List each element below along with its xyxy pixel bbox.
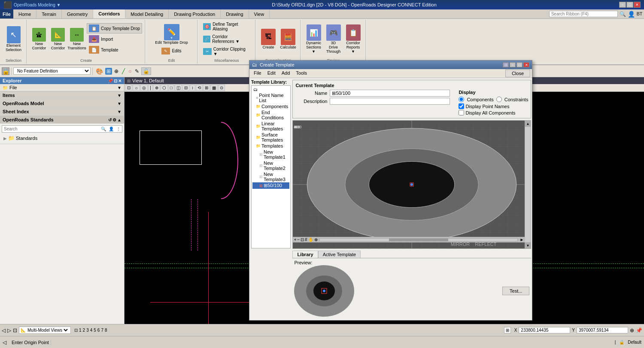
vp-btn-4[interactable]: |: [148, 85, 153, 91]
vp-btn-13[interactable]: ▦: [210, 85, 218, 91]
ct-h-scrollbar[interactable]: [319, 238, 518, 242]
ct-templates-folder[interactable]: 📁 Templates: [252, 143, 289, 149]
ct-point-name-list[interactable]: ≡ Point Name List: [252, 92, 289, 103]
file-item[interactable]: 📁 File ▼: [0, 84, 124, 91]
vp-btn-5[interactable]: ⊕: [153, 85, 160, 91]
vp-btn-12[interactable]: ⊞: [203, 85, 210, 91]
new-transitions-btn[interactable]: ↔ NewTransitions: [68, 27, 86, 51]
tab-model-detailing[interactable]: Model Detailing: [125, 9, 169, 18]
template-btn[interactable]: 📄 Template: [87, 45, 142, 55]
ct-new-template2[interactable]: ⊞ New Template2: [252, 160, 289, 171]
edit-template-drop-btn[interactable]: ✏️ ▼ Edit Template Drop: [153, 23, 190, 46]
line-btn[interactable]: ╱: [121, 68, 126, 75]
y-input[interactable]: [577, 327, 628, 333]
vp-btn-9[interactable]: ⊟: [182, 85, 189, 91]
edits-btn[interactable]: ✎ Edits: [159, 46, 183, 56]
nav-icon-4[interactable]: 3: [86, 328, 89, 333]
radio-constraints[interactable]: [496, 97, 502, 102]
ct-menu-tools[interactable]: Tools: [293, 70, 310, 77]
circle-btn[interactable]: ○: [127, 68, 133, 75]
tab-corridors[interactable]: Corridors: [93, 9, 125, 18]
corridor-reports-btn[interactable]: 📋 CorridorReports ▼: [344, 23, 363, 55]
ct-preview-scrollbar[interactable]: ▲ ▼: [525, 121, 531, 248]
nav-icon-6[interactable]: 5: [94, 328, 96, 333]
nav-icon-3[interactable]: 2: [83, 328, 85, 333]
corridor-references-btn[interactable]: 🔗 Corridor References ▼: [201, 33, 252, 45]
vp-btn-6[interactable]: ⬡: [161, 85, 168, 91]
standards-search-input[interactable]: [2, 126, 100, 132]
coord-back-btn[interactable]: ◁: [2, 327, 6, 333]
nav-icon-8[interactable]: 7: [101, 328, 103, 333]
maximize-btn[interactable]: □: [626, 2, 633, 8]
vp-btn-14[interactable]: ⊙: [218, 85, 225, 91]
standards-menu-icon[interactable]: ⋮: [115, 126, 122, 132]
ribbon-search-icon[interactable]: 🔍: [620, 11, 626, 17]
or-model-header[interactable]: OpenRoads Model ▼: [0, 100, 124, 107]
ct-linear-templates[interactable]: 📁 Linear Templates: [252, 121, 289, 132]
ct-maximize-btn[interactable]: □: [516, 62, 522, 67]
snap2-btn[interactable]: ⊕: [113, 68, 120, 75]
3d-drive-btn[interactable]: 🎮 3D DriveThrough: [324, 23, 343, 55]
element-selection-btn[interactable]: ↖ ElementSelection: [3, 25, 24, 53]
x-input[interactable]: [519, 327, 570, 333]
standards-user-icon[interactable]: 👤: [107, 126, 115, 132]
ct-pan-icon[interactable]: ✋: [308, 237, 313, 242]
corridor-clipping-btn[interactable]: ✂ Corridor Clipping ▼: [201, 45, 252, 57]
scroll-down-btn[interactable]: ▼: [525, 242, 531, 248]
coord-snap-icon[interactable]: ⊕: [630, 327, 634, 333]
tab-home[interactable]: Home: [13, 9, 36, 18]
ct-grid-icon[interactable]: #: [305, 237, 307, 242]
standards-search-icon[interactable]: 🔍: [100, 126, 107, 132]
ct-close-icon[interactable]: ✕: [523, 62, 529, 67]
standards-settings-icon[interactable]: ⚙: [112, 118, 116, 122]
ribbon-search[interactable]: [549, 11, 618, 17]
tab-geometry[interactable]: Geometry: [62, 9, 93, 18]
vp-btn-11[interactable]: ⟲: [196, 85, 203, 91]
new-corridor2-btn[interactable]: 📐 NewCorridor: [49, 27, 67, 51]
vp-btn-1[interactable]: ⊡: [125, 85, 132, 91]
toolbar-lock-icon[interactable]: 🔒: [2, 67, 9, 75]
status-lock-icon[interactable]: 🔒: [619, 340, 624, 345]
feature-definition-select[interactable]: No Feature Definition: [13, 67, 91, 75]
ct-zoom-out-icon[interactable]: −: [297, 237, 300, 242]
coord-tool-icon[interactable]: ⊞: [506, 328, 509, 333]
radio-components[interactable]: [459, 97, 464, 102]
lock2-btn[interactable]: 🔓: [141, 67, 151, 75]
minimize-btn[interactable]: −: [619, 2, 626, 8]
nav-icon-9[interactable]: 8: [105, 328, 107, 333]
ct-right-arrow[interactable]: ►: [519, 237, 524, 242]
ct-fit-icon[interactable]: ⊡: [301, 237, 304, 242]
pin-icon[interactable]: 📌: [108, 79, 113, 83]
cb-display-point-names[interactable]: [459, 103, 464, 109]
copy-template-drop-btn[interactable]: 📋 Copy Template Drop: [87, 23, 142, 33]
model-select[interactable]: Multi-Model Views: [26, 327, 69, 333]
file-tab[interactable]: File: [3, 12, 11, 17]
ct-close-button[interactable]: Close: [505, 70, 530, 77]
new-corridor-btn[interactable]: 🛣 NewCorridor: [30, 27, 48, 51]
dynamic-sections-btn[interactable]: 📊 DynamicSections ▼: [304, 23, 323, 55]
ct-h-scroll-thumb[interactable]: [389, 239, 448, 241]
tab-drawing[interactable]: Drawing: [221, 9, 249, 18]
close-btn[interactable]: ✕: [634, 2, 641, 8]
tab-view[interactable]: View: [249, 9, 270, 18]
ct-components[interactable]: 📁 Components: [252, 103, 289, 109]
ct-root-item[interactable]: 🗂: [252, 87, 289, 92]
vp-btn-2[interactable]: ☼: [133, 85, 140, 91]
test-button[interactable]: Test...: [502, 287, 529, 295]
name-input[interactable]: [330, 90, 450, 97]
ct-tab-active[interactable]: Active Template: [318, 251, 361, 258]
items-section-header[interactable]: Items ▼: [0, 91, 124, 99]
description-input[interactable]: [330, 98, 450, 105]
define-target-aliasing-btn[interactable]: 🎯 Define Target Aliasing: [201, 21, 252, 33]
tab-terrain[interactable]: Terrain: [36, 9, 62, 18]
status-back-btn[interactable]: ◁: [3, 339, 6, 345]
nav-icon-1[interactable]: ⊡: [74, 328, 78, 333]
cb-display-all-components[interactable]: [459, 110, 464, 115]
coord-fwd-btn[interactable]: ▷: [7, 327, 11, 333]
explorer-close-icon[interactable]: ✕: [118, 79, 122, 83]
vp-btn-7[interactable]: □: [168, 85, 174, 91]
coord-home-btn[interactable]: ⊡: [13, 327, 17, 333]
ct-surface-templates[interactable]: 📁 Surface Templates: [252, 132, 289, 143]
coord-pin-icon[interactable]: 📌: [636, 327, 642, 333]
ct-restore-btn[interactable]: ⊡: [503, 62, 509, 67]
